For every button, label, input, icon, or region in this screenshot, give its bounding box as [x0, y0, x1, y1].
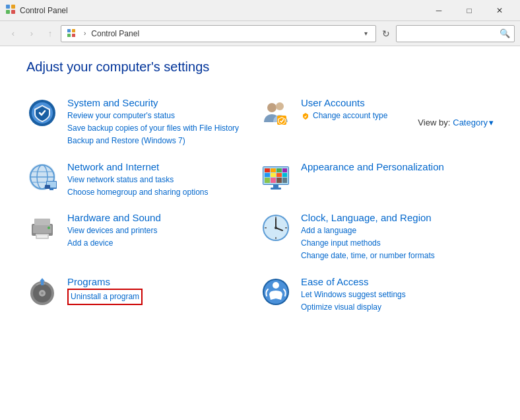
page-title: Adjust your computer's settings [26, 59, 494, 75]
network-internet-icon [26, 161, 58, 193]
category-appearance: Appearance and Personalization [260, 155, 494, 205]
svg-rect-28 [282, 168, 287, 172]
svg-rect-37 [273, 185, 278, 188]
svg-rect-41 [34, 219, 50, 225]
viewby-control: View by: Category ▾ [418, 118, 494, 127]
svg-rect-30 [271, 173, 276, 177]
system-security-link-1[interactable]: Save backup copies of your files with Fi… [67, 122, 260, 135]
address-separator: › [84, 30, 86, 37]
ease-access-text: Ease of Access Let Windows suggest setti… [301, 276, 494, 314]
svg-rect-43 [37, 235, 48, 238]
svg-rect-1 [11, 5, 15, 9]
programs-text: Programs Uninstall a program [67, 276, 260, 305]
category-programs: Programs Uninstall a program [26, 269, 260, 320]
titlebar-title: Control Panel [20, 6, 424, 15]
svg-rect-31 [276, 173, 282, 177]
svg-rect-33 [265, 178, 270, 183]
svg-rect-40 [33, 225, 51, 233]
network-internet-title[interactable]: Network and Internet [67, 161, 260, 172]
category-system-security: System and Security Review your computer… [26, 90, 260, 155]
category-ease-access: Ease of Access Let Windows suggest setti… [260, 269, 494, 320]
system-security-text: System and Security Review your computer… [67, 97, 260, 148]
svg-rect-26 [271, 168, 276, 172]
svg-point-11 [276, 102, 284, 110]
svg-point-10 [267, 103, 276, 112]
programs-icon [26, 276, 58, 308]
svg-rect-22 [45, 185, 50, 189]
svg-point-58 [41, 292, 44, 295]
clock-language-link-0[interactable]: Add a language [301, 225, 494, 237]
category-network-internet: Network and Internet View network status… [26, 155, 260, 205]
svg-rect-6 [67, 34, 71, 37]
system-security-link-2[interactable]: Backup and Restore (Windows 7) [67, 135, 260, 147]
svg-rect-4 [67, 29, 71, 32]
viewby-label: View by: [418, 118, 450, 127]
svg-rect-32 [282, 173, 287, 177]
svg-rect-2 [6, 10, 10, 14]
main-content: Adjust your computer's settings View by:… [0, 46, 520, 333]
programs-link-0[interactable]: Uninstall a program [67, 289, 143, 305]
titlebar: Control Panel ─ □ ✕ [0, 0, 520, 21]
hardware-sound-link-1[interactable]: Add a device [67, 237, 260, 250]
svg-rect-29 [265, 173, 270, 177]
clock-language-link-1[interactable]: Change input methods [301, 237, 494, 250]
appearance-title[interactable]: Appearance and Personalization [301, 161, 494, 172]
search-field[interactable]: 🔍 [396, 25, 515, 42]
svg-rect-5 [72, 29, 75, 32]
svg-rect-0 [6, 5, 10, 9]
svg-rect-7 [72, 34, 75, 37]
network-internet-link-1[interactable]: Choose homegroup and sharing options [67, 186, 260, 199]
network-internet-text: Network and Internet View network status… [67, 161, 260, 199]
svg-rect-27 [276, 168, 282, 172]
minimize-button[interactable]: ─ [424, 0, 454, 21]
system-security-title[interactable]: System and Security [67, 97, 260, 108]
titlebar-controls: ─ □ ✕ [424, 0, 515, 21]
clock-language-link-2[interactable]: Change date, time, or number formats [301, 250, 494, 262]
svg-point-44 [48, 227, 50, 229]
programs-title[interactable]: Programs [67, 276, 260, 287]
address-dropdown-icon[interactable]: ▾ [364, 30, 368, 37]
svg-point-45 [44, 227, 46, 229]
search-icon[interactable]: 🔍 [500, 28, 510, 38]
hardware-sound-icon [26, 212, 58, 244]
ease-access-link-1[interactable]: Optimize visual display [301, 301, 494, 314]
address-field[interactable]: › Control Panel ▾ [61, 25, 376, 42]
category-clock-language: Clock, Language, and Region Add a langua… [260, 205, 494, 269]
clock-language-title[interactable]: Clock, Language, and Region [301, 212, 494, 223]
svg-rect-35 [276, 178, 282, 183]
user-accounts-icon [260, 97, 292, 129]
search-input[interactable] [401, 29, 500, 38]
appearance-text: Appearance and Personalization [301, 161, 494, 174]
svg-rect-34 [271, 178, 276, 183]
maximize-button[interactable]: □ [454, 0, 484, 21]
svg-rect-21 [49, 189, 53, 190]
ease-access-title[interactable]: Ease of Access [301, 276, 494, 287]
ease-access-icon [260, 276, 292, 308]
titlebar-icon [5, 4, 16, 17]
svg-rect-25 [265, 168, 270, 172]
back-button[interactable]: ‹ [5, 26, 21, 42]
ease-access-link-0[interactable]: Let Windows suggest settings [301, 289, 494, 301]
category-hardware-sound: Hardware and Sound View devices and prin… [26, 205, 260, 269]
system-security-link-0[interactable]: Review your computer's status [67, 110, 260, 122]
network-internet-link-0[interactable]: View network status and tasks [67, 174, 260, 186]
viewby-value[interactable]: Category ▾ [453, 118, 494, 127]
close-button[interactable]: ✕ [484, 0, 515, 21]
hardware-sound-title[interactable]: Hardware and Sound [67, 212, 260, 223]
user-accounts-title[interactable]: User Accounts [301, 97, 494, 108]
clock-language-icon [260, 212, 292, 244]
svg-rect-36 [282, 178, 287, 183]
forward-button[interactable]: › [24, 26, 40, 42]
appearance-icon [260, 161, 292, 193]
addressbar: ‹ › ↑ › Control Panel ▾ ↻ 🔍 [0, 21, 520, 46]
svg-rect-38 [271, 188, 281, 190]
hardware-sound-link-0[interactable]: View devices and printers [67, 225, 260, 237]
refresh-button[interactable]: ↻ [379, 26, 393, 41]
system-security-icon [26, 97, 58, 129]
viewby-chevron-icon: ▾ [489, 118, 494, 127]
svg-point-61 [273, 282, 279, 289]
hardware-sound-text: Hardware and Sound View devices and prin… [67, 212, 260, 250]
svg-rect-3 [11, 10, 15, 14]
up-button[interactable]: ↑ [42, 26, 58, 42]
address-text: Control Panel [91, 29, 139, 38]
